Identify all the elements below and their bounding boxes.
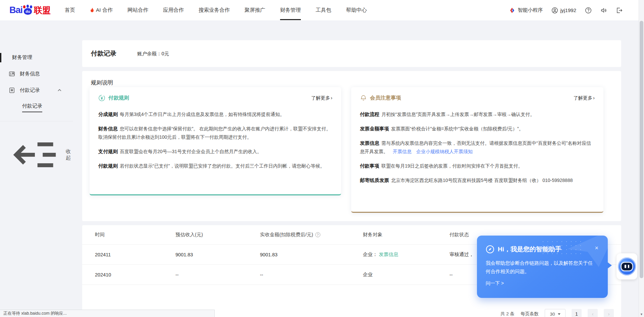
sidebar-item-payment-records[interactable]: 付款记录	[9, 87, 74, 93]
navbar-right: 智能小程序 jyj1992	[509, 7, 635, 14]
page-header-card: 付款记录 账户余额：0元	[82, 40, 621, 67]
balance-value: 0元	[162, 51, 169, 56]
cell-estimated: 9001.83	[175, 252, 260, 257]
scrollbar-thumb[interactable]	[640, 21, 643, 278]
logout-icon[interactable]	[616, 7, 623, 14]
user-icon	[551, 7, 558, 14]
rule-item: 付款规则若付款状态显示“已支付”，说明联盟已安排了您的付款。支付后三个工作日内到…	[98, 162, 332, 170]
member-notice-more-link[interactable]: 了解更多›	[574, 95, 595, 101]
robot-icon	[618, 257, 636, 275]
sidebar: 财务管理 财务信息 付款记录 付款记录 收起	[0, 21, 74, 317]
page-number-button[interactable]: 1	[572, 309, 582, 317]
logo-text-union: 联盟	[34, 5, 51, 16]
assistant-popup-pointer	[608, 262, 612, 268]
flame-icon	[90, 8, 95, 13]
pagination: 共 2 条 每页条数 30 1 ‹ ›	[500, 309, 614, 317]
col-actual: 实收金额(扣除税费后/元) ?	[260, 232, 363, 238]
help-circle-icon[interactable]	[585, 7, 592, 14]
sidebar-section-finance[interactable]: 财务管理	[12, 54, 74, 61]
coin-yuan-icon	[98, 94, 105, 102]
sidebar-collapse-button[interactable]: 收起	[9, 129, 74, 181]
receipt-icon	[9, 87, 15, 93]
status-text: 正在等待 xlab.baidu.com 的响应...	[3, 311, 67, 316]
sidebar-divider	[0, 121, 73, 121]
scrollbar-down-arrow[interactable]: ▼	[639, 312, 644, 316]
payment-rules-card: 付款规则 了解更多› 分成规则每月第3或4个工作日产出上月分成信息及发票信息，如…	[90, 87, 341, 195]
browser-status-bar: 正在等待 xlab.baidu.com 的响应...	[0, 310, 215, 317]
rule-item: 付款事项联盟在每月19日之后签收的发票，付款时间安排在下个月首批支付。	[360, 162, 595, 170]
nav-item-website[interactable]: 网站合作	[127, 0, 148, 21]
miniprogram-gem-icon	[509, 7, 516, 13]
assistant-robot-launcher[interactable]	[616, 253, 637, 279]
nav-item-app[interactable]: 应用合作	[163, 0, 184, 21]
rules-heading: 规则说明	[91, 79, 113, 86]
rule-item: 发票金额事项发票票面“价税合计”金额=系统中“实收金额（扣除税费后/元）”。	[360, 125, 595, 133]
cell-estimated: --	[175, 272, 260, 277]
cell-target: 企业：发票信息	[363, 251, 449, 258]
nav-item-help[interactable]: 帮助中心	[346, 0, 367, 21]
logo-text-bai: Bai	[9, 5, 22, 15]
close-icon[interactable]: ×	[595, 245, 598, 251]
assistant-message: 我会帮助您诊断合作链路问题，以及解答您关于任何合作相关的问题。	[486, 259, 596, 276]
cell-target: 企业	[363, 271, 449, 278]
prev-page-button[interactable]: ‹	[588, 309, 598, 317]
scrollbar: ▼	[639, 0, 644, 317]
user-account[interactable]: jyj1992	[551, 7, 576, 14]
per-page-select[interactable]: 30	[545, 309, 566, 317]
collapse-icon	[9, 129, 61, 181]
nav-item-toolkit[interactable]: 工具包	[316, 0, 331, 21]
cell-actual: --	[260, 272, 363, 277]
chevron-up-icon[interactable]	[57, 88, 62, 92]
actual-amount-help-icon[interactable]: ?	[315, 232, 320, 237]
rule-item: 支付规则百度联盟会在每月20号—31号支付企业会员上个自然月产生的收入。	[98, 147, 332, 156]
next-page-button[interactable]: ›	[604, 309, 614, 317]
invoice-info-link[interactable]: 开票信息	[393, 149, 412, 154]
cell-time: 202410	[95, 272, 175, 277]
chevron-down-icon	[558, 313, 560, 315]
top-navbar: Bai du 联盟 首页 AI 合作 网站合作 应用合作 搜索业务合作 聚屏推广…	[0, 0, 644, 21]
compass-icon	[486, 245, 494, 254]
ask-now-link[interactable]: 问一下 >	[486, 280, 599, 287]
small-taxpayer-guide-link[interactable]: 企业小规模纳税人开票须知	[416, 149, 473, 154]
assistant-popup: Hi，我是您的智能助手 × 我会帮助您诊断合作链路问题，以及解答您关于任何合作相…	[477, 236, 608, 298]
payment-rules-more-link[interactable]: 了解更多›	[311, 95, 332, 101]
nav-item-finance[interactable]: 财务管理	[280, 0, 301, 21]
payment-rules-title: 付款规则	[108, 94, 129, 102]
sidebar-subitem-payment-records[interactable]: 付款记录	[22, 103, 42, 112]
invoice-info-row-link[interactable]: 发票信息	[379, 252, 398, 257]
cell-time: 202411	[95, 252, 175, 257]
rules-card: 规则说明 付款规则 了解更多› 分成规则每月第3或4个工作日产出上月分成信息及发…	[82, 71, 621, 221]
col-estimated: 预估收入(元)	[175, 232, 260, 238]
nav-item-screen-promo[interactable]: 聚屏推广	[245, 0, 265, 21]
bell-icon	[360, 94, 367, 102]
speaker-icon[interactable]	[600, 7, 607, 14]
smart-miniprogram-link[interactable]: 智能小程序	[509, 7, 543, 13]
sidebar-item-finance-info[interactable]: 财务信息	[9, 71, 74, 77]
nav-item-search-biz[interactable]: 搜索业务合作	[199, 0, 230, 21]
col-time: 时间	[95, 232, 175, 238]
member-notice-card: 会员注意事项 了解更多› 付款流程月初按“发票信息”页面开具发票→上传发票→邮寄…	[351, 87, 603, 213]
baidu-union-logo[interactable]: Bai du 联盟	[9, 5, 51, 16]
baidu-paw-icon: du	[23, 5, 33, 15]
cell-actual: 9001.83	[260, 252, 363, 257]
account-balance: 账户余额：0元	[137, 51, 169, 57]
id-card-icon	[9, 71, 15, 77]
per-page-label: 每页条数	[521, 311, 539, 317]
assistant-title: Hi，我是您的智能助手	[498, 245, 561, 254]
rule-item: 发票信息需与系统内发票信息内容完全一致，否则无法支付。请根据发票信息页面中“百度…	[360, 139, 595, 156]
page-title: 付款记录	[91, 49, 116, 58]
rule-item: 财务信息您可以在财务信息中选择“保留付款”。 在此期间您产生的收入将在账户内进行…	[98, 125, 332, 141]
main-nav: 首页 AI 合作 网站合作 应用合作 搜索业务合作 聚屏推广 财务管理 工具包 …	[65, 0, 367, 21]
rule-item: 邮寄纸质发票北京市海淀区西北旺东路10号院百度科技园5号楼 百度联盟财务组（收）…	[360, 176, 595, 185]
member-notice-title: 会员注意事项	[370, 94, 401, 102]
total-count: 共 2 条	[500, 311, 515, 317]
rule-item: 分成规则每月第3或4个工作日产出上月分成信息及发票信息，如有特殊情况将提前通知。	[98, 110, 332, 119]
nav-item-home[interactable]: 首页	[65, 0, 75, 21]
nav-item-ai[interactable]: AI 合作	[90, 0, 113, 21]
col-target: 财务对象	[363, 232, 449, 238]
rule-item: 付款流程月初按“发票信息”页面开具发票→上传发票→邮寄发票→审核→确认支付。	[360, 110, 595, 119]
